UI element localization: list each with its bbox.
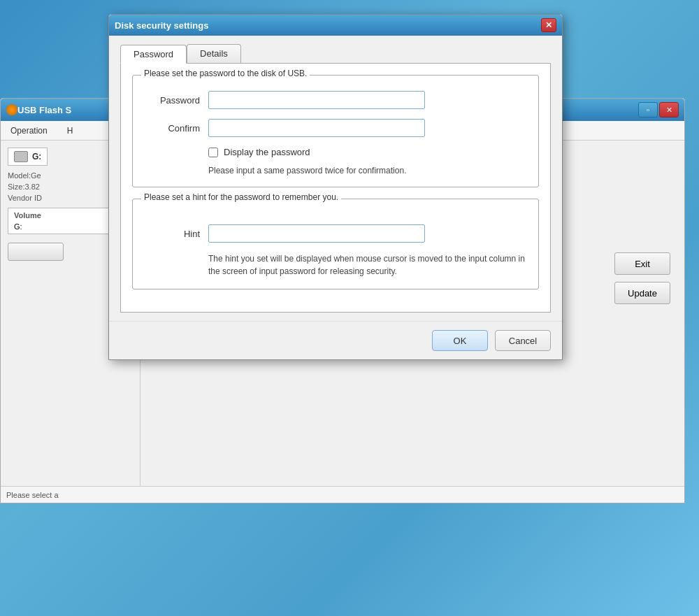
confirm-input[interactable] xyxy=(208,119,425,137)
dialog-close-button[interactable]: ✕ xyxy=(541,18,556,32)
password-row: Password xyxy=(144,91,527,109)
dialog: Disk security settings ✕ Password Detail… xyxy=(108,14,563,360)
confirm-row: Confirm xyxy=(144,119,527,137)
confirm-label: Confirm xyxy=(144,123,200,134)
dialog-footer: OK Cancel xyxy=(109,321,562,359)
tab-details[interactable]: Details xyxy=(187,44,241,63)
tab-bar: Password Details xyxy=(120,44,551,63)
hint-group: Please set a hint for the password to re… xyxy=(132,199,539,289)
display-password-checkbox[interactable] xyxy=(208,148,218,157)
password-group-legend: Please set the password to the disk of U… xyxy=(141,69,310,78)
tab-content: Please set the password to the disk of U… xyxy=(120,63,551,313)
dialog-titlebar: Disk security settings ✕ xyxy=(109,15,562,36)
dialog-title: Disk security settings xyxy=(115,20,541,31)
hint-row: Hint xyxy=(144,224,527,243)
display-password-label[interactable]: Display the password xyxy=(224,147,310,157)
display-checkbox-row: Display the password xyxy=(208,147,527,157)
dialog-body: Password Details Please set the password… xyxy=(109,36,562,321)
password-hint-text: Please input a same password twice for c… xyxy=(208,166,527,176)
hint-group-legend: Please set a hint for the password to re… xyxy=(141,192,341,202)
tab-password[interactable]: Password xyxy=(120,45,187,64)
ok-button[interactable]: OK xyxy=(432,330,488,351)
hint-description-text: The hint you set will be displayed when … xyxy=(208,252,527,278)
hint-input[interactable] xyxy=(208,224,425,243)
dialog-overlay: Disk security settings ✕ Password Detail… xyxy=(0,0,699,616)
password-input[interactable] xyxy=(208,91,425,109)
hint-label: Hint xyxy=(144,229,200,239)
password-group: Please set the password to the disk of U… xyxy=(132,75,539,187)
cancel-button[interactable]: Cancel xyxy=(495,330,551,351)
password-label: Password xyxy=(144,95,200,106)
